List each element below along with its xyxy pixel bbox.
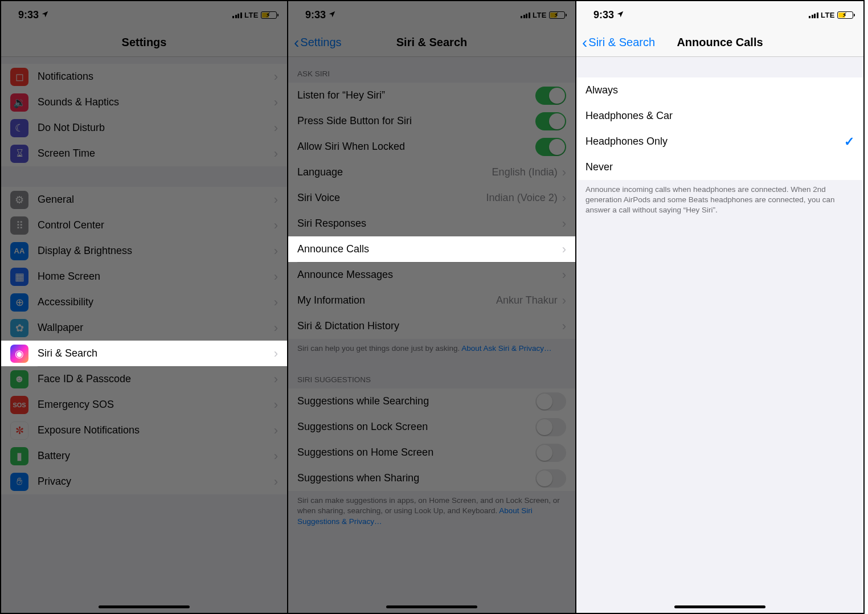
row-sos[interactable]: SOS Emergency SOS › [1, 392, 287, 417]
row-sug-search[interactable]: Suggestions while Searching [288, 388, 575, 414]
back-button[interactable]: ‹ Settings [294, 35, 342, 51]
row-siri-search[interactable]: ◉ Siri & Search › [1, 341, 287, 366]
toggle-switch[interactable] [535, 138, 566, 156]
row-label: Exposure Notifications [38, 424, 274, 436]
option-never[interactable]: Never [576, 154, 863, 180]
row-sug-home[interactable]: Suggestions on Home Screen [288, 440, 575, 465]
status-time: 9:33 [593, 9, 614, 21]
chevron-right-icon: › [562, 268, 566, 283]
grid-icon: ▦ [10, 268, 28, 286]
row-label: Suggestions when Sharing [297, 472, 535, 484]
row-label: Privacy [38, 476, 274, 488]
row-listen-hey-siri[interactable]: Listen for “Hey Siri” [288, 83, 575, 108]
row-label: Siri & Dictation History [297, 320, 562, 332]
announce-calls-list[interactable]: Always Headphones & Car Headphones Only … [576, 57, 863, 613]
row-label: Notifications [38, 71, 274, 83]
network-label: LTE [244, 11, 259, 19]
row-sug-lock[interactable]: Suggestions on Lock Screen [288, 414, 575, 440]
row-label: Allow Siri When Locked [297, 141, 535, 153]
row-privacy[interactable]: ✋︎ Privacy › [1, 469, 287, 494]
row-home-screen[interactable]: ▦ Home Screen › [1, 264, 287, 289]
section-footer: Siri can help you get things done just b… [288, 339, 575, 363]
row-announce-messages[interactable]: Announce Messages › [288, 262, 575, 288]
toggle-switch[interactable] [535, 392, 566, 411]
row-control-center[interactable]: ⠿ Control Center › [1, 212, 287, 238]
chevron-left-icon: ‹ [294, 35, 299, 51]
row-label: Siri Voice [297, 192, 486, 204]
chevron-right-icon: › [274, 193, 278, 207]
chevron-right-icon: › [274, 244, 278, 259]
toggle-switch[interactable] [535, 112, 566, 130]
home-indicator[interactable] [99, 605, 190, 608]
row-screen-time[interactable]: ⌛︎ Screen Time › [1, 141, 287, 166]
row-general[interactable]: ⚙︎ General › [1, 187, 287, 212]
network-label: LTE [821, 11, 835, 19]
section-header: ASK SIRI [288, 57, 575, 83]
footer-text: Siri can help you get things done just b… [297, 344, 461, 353]
home-indicator[interactable] [386, 605, 477, 608]
sos-icon: SOS [10, 396, 28, 414]
toggle-switch[interactable] [535, 418, 566, 436]
row-language[interactable]: Language English (India) › [288, 159, 575, 185]
row-wallpaper[interactable]: ✿ Wallpaper › [1, 315, 287, 341]
row-siri-responses[interactable]: Siri Responses › [288, 211, 575, 236]
row-display[interactable]: AA Display & Brightness › [1, 238, 287, 264]
home-indicator[interactable] [674, 605, 765, 608]
row-exposure[interactable]: ✼ Exposure Notifications › [1, 417, 287, 443]
option-always[interactable]: Always [576, 77, 863, 103]
option-headphones-car[interactable]: Headphones & Car [576, 103, 863, 129]
status-bar: 9:33 LTE ⚡︎ [576, 1, 863, 28]
chevron-right-icon: › [562, 216, 566, 231]
row-label: Display & Brightness [38, 245, 274, 257]
chevron-right-icon: › [562, 165, 566, 180]
chevron-right-icon: › [274, 474, 278, 489]
row-label: Accessibility [38, 296, 274, 308]
row-dnd[interactable]: ☾ Do Not Disturb › [1, 115, 287, 141]
nav-bar: Settings [1, 28, 287, 57]
row-label: Screen Time [38, 148, 274, 159]
row-label: Battery [38, 450, 274, 462]
hourglass-icon: ⌛︎ [10, 145, 28, 163]
row-accessibility[interactable]: ⊕ Accessibility › [1, 289, 287, 315]
row-label: Sounds & Haptics [38, 96, 274, 108]
row-label: Headphones & Car [586, 110, 854, 122]
about-siri-privacy-link[interactable]: About Ask Siri & Privacy… [461, 344, 551, 353]
toggle-switch[interactable] [535, 469, 566, 488]
location-icon [41, 9, 49, 21]
row-history[interactable]: Siri & Dictation History › [288, 313, 575, 339]
location-icon [616, 9, 624, 21]
row-label: Siri Responses [297, 218, 562, 230]
chevron-right-icon: › [274, 423, 278, 438]
section-footer: Siri can make suggestions in apps, on Ho… [288, 491, 575, 536]
chevron-right-icon: › [274, 346, 278, 361]
row-label: Always [586, 84, 854, 96]
toggle-switch[interactable] [535, 87, 566, 105]
face-icon: ☻ [10, 370, 28, 388]
row-label: Suggestions on Home Screen [297, 447, 535, 459]
option-headphones-only[interactable]: Headphones Only ✓ [576, 129, 863, 154]
back-button[interactable]: ‹ Siri & Search [582, 35, 655, 51]
row-sug-share[interactable]: Suggestions when Sharing [288, 465, 575, 491]
status-bar: 9:33 LTE ⚡︎ [1, 1, 287, 28]
row-notifications[interactable]: ◻︎ Notifications › [1, 64, 287, 89]
row-siri-voice[interactable]: Siri Voice Indian (Voice 2) › [288, 185, 575, 211]
row-allow-locked[interactable]: Allow Siri When Locked [288, 134, 575, 159]
row-faceid[interactable]: ☻ Face ID & Passcode › [1, 366, 287, 392]
back-label: Settings [300, 36, 341, 49]
row-announce-calls[interactable]: Announce Calls › [288, 236, 575, 262]
row-sounds[interactable]: 🔉 Sounds & Haptics › [1, 89, 287, 115]
flower-icon: ✿ [10, 319, 28, 337]
section-header: SIRI SUGGESTIONS [288, 363, 575, 388]
row-value: English (India) [492, 166, 558, 178]
row-press-side[interactable]: Press Side Button for Siri [288, 108, 575, 134]
siri-settings-list[interactable]: ASK SIRI Listen for “Hey Siri” Press Sid… [288, 57, 575, 613]
chevron-right-icon: › [274, 218, 278, 233]
settings-list[interactable]: ◻︎ Notifications › 🔉 Sounds & Haptics › … [1, 57, 287, 613]
moon-icon: ☾ [10, 119, 28, 137]
row-label: Never [586, 161, 854, 173]
battery-row-icon: ▮ [10, 447, 28, 465]
toggle-switch[interactable] [535, 444, 566, 462]
row-my-information[interactable]: My Information Ankur Thakur › [288, 288, 575, 313]
row-battery[interactable]: ▮ Battery › [1, 443, 287, 469]
gear-icon: ⚙︎ [10, 191, 28, 209]
